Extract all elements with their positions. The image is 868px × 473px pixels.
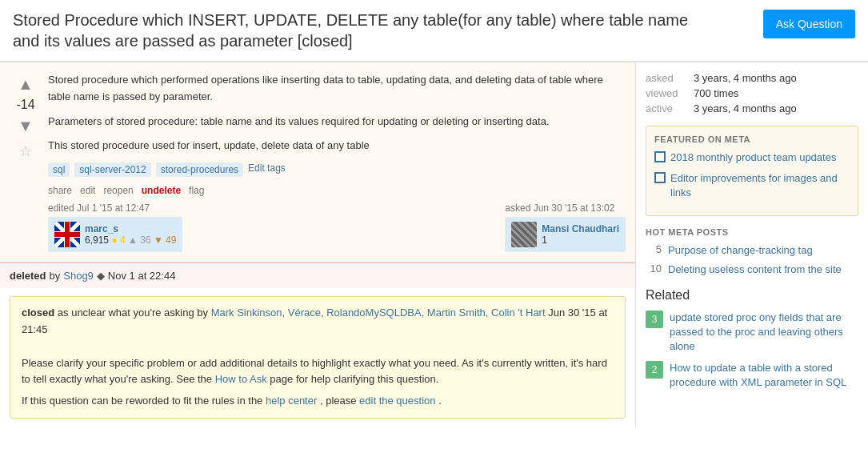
viewed-stat: viewed 700 times: [646, 87, 858, 99]
mod-diamond: ◆: [97, 270, 105, 282]
page-header: Stored Procedure which INSERT, UPDATE, D…: [0, 0, 868, 62]
vote-down-button[interactable]: ▼: [14, 114, 38, 138]
sidebar: asked 3 years, 4 months ago viewed 700 t…: [636, 62, 868, 427]
hot-meta-link-2[interactable]: Deleting useless content from the site: [668, 263, 842, 277]
editor-avatar: [54, 222, 80, 247]
sidebar-stats: asked 3 years, 4 months ago viewed 700 t…: [646, 72, 858, 114]
featured-link-1[interactable]: 2018 monthly product team updates: [670, 150, 836, 165]
svg-rect-6: [54, 232, 80, 237]
closed-notice: closed as unclear what you're asking by …: [10, 296, 626, 419]
gold-badge: ● 4: [111, 234, 125, 246]
featured-icon-2: [654, 172, 666, 183]
featured-link-2[interactable]: Editor improvements for images and links: [670, 171, 850, 200]
related-item-1: 3 update stored proc ony fields that are…: [646, 311, 858, 355]
hot-meta-num-1: 5: [646, 243, 662, 255]
editor-rep: 6,915 ● 4 ▲ 36 ▼ 49: [85, 234, 176, 246]
vote-up-button[interactable]: ▲: [14, 72, 38, 96]
asked-text: asked Jun 30 '15 at 13:02: [505, 202, 626, 214]
related-header: Related: [646, 288, 858, 303]
asker-details: Mansi Chaudhari 1: [542, 223, 619, 246]
question-para2: Parameters of stored procedure: table na…: [48, 114, 626, 130]
how-to-ask-link[interactable]: How to Ask: [215, 373, 267, 385]
asked-value: 3 years, 4 months ago: [694, 72, 797, 84]
related-item-2: 2 How to update a table with a stored pr…: [646, 361, 858, 390]
edit-tags-link[interactable]: Edit tags: [248, 162, 286, 177]
editor-card: marc_s 6,915 ● 4 ▲ 36 ▼ 49: [48, 217, 182, 252]
flag-link[interactable]: flag: [189, 185, 204, 196]
active-stat: active 3 years, 4 months ago: [646, 102, 858, 114]
active-label: active: [646, 102, 687, 114]
edit-info: edited Jul 1 '15 at 12:47: [48, 202, 182, 252]
question-body-section: ▲ -14 ▼ ☆ Stored procedure which perform…: [0, 62, 635, 263]
favorite-button[interactable]: ☆: [19, 142, 32, 160]
asker-info: asked Jun 30 '15 at 13:02 Mansi Chaudhar…: [505, 202, 626, 252]
hot-meta-header: HOT META POSTS: [646, 227, 858, 237]
tag-sql[interactable]: sql: [48, 162, 70, 177]
edited-text: edited Jul 1 '15 at 12:47: [48, 202, 150, 214]
viewed-value: 700 times: [694, 87, 738, 99]
hot-meta-num-2: 10: [646, 263, 662, 275]
related-score-1: 3: [646, 311, 663, 328]
edit-link[interactable]: edit: [80, 185, 95, 196]
closed-para1: closed as unclear what you're asking by …: [22, 305, 614, 339]
ask-question-button[interactable]: Ask Question: [763, 10, 855, 38]
featured-meta-box: FEATURED ON META 2018 monthly product te…: [646, 126, 858, 216]
user-info-row: edited Jul 1 '15 at 12:47: [48, 202, 626, 252]
editor-name: marc_s: [85, 223, 176, 234]
silver-badge: ▲ 36: [128, 234, 151, 246]
featured-icon-1: [654, 151, 666, 162]
hot-meta-link-1[interactable]: Purpose of change-tracking tag: [668, 243, 813, 258]
question-para3: This stored procedure used for insert, u…: [48, 138, 626, 154]
closed-para2: Please clarify your specific problem or …: [22, 355, 614, 389]
hot-meta-item-2: 10 Deleting useless content from the sit…: [646, 263, 858, 277]
question-text-area: Stored procedure which performed operati…: [48, 72, 626, 252]
asker-rep: 1: [542, 234, 619, 246]
question-area: ▲ -14 ▼ ☆ Stored procedure which perform…: [0, 62, 636, 427]
asked-label: asked: [646, 72, 687, 84]
vote-area: ▲ -14 ▼ ☆: [10, 72, 42, 252]
asker-avatar: [511, 222, 537, 247]
featured-header: FEATURED ON META: [654, 134, 850, 144]
related-link-1[interactable]: update stored proc ony fields that are p…: [670, 311, 858, 355]
share-link[interactable]: share: [48, 185, 72, 196]
tag-stored-procedures[interactable]: stored-procedures: [156, 162, 243, 177]
asker-card: Mansi Chaudhari 1: [505, 217, 626, 252]
main-content: ▲ -14 ▼ ☆ Stored procedure which perform…: [0, 62, 868, 427]
related-link-2[interactable]: How to update a table with a stored proc…: [670, 361, 858, 390]
action-bar: share edit reopen undelete flag: [48, 185, 626, 196]
viewed-label: viewed: [646, 87, 687, 99]
featured-item-2: Editor improvements for images and links: [654, 171, 850, 200]
question-para1: Stored procedure which performed operati…: [48, 72, 626, 106]
vote-count: -14: [16, 98, 34, 112]
tag-list: sql sql-server-2012 stored-procedures Ed…: [48, 162, 626, 177]
asked-stat: asked 3 years, 4 months ago: [646, 72, 858, 84]
active-value: 3 years, 4 months ago: [694, 102, 797, 114]
deleted-by-user-link[interactable]: Shog9: [63, 270, 94, 282]
closed-para3: If this question can be reworded to fit …: [22, 393, 614, 410]
reopen-link[interactable]: reopen: [103, 185, 133, 196]
related-section: Related 3 update stored proc ony fields …: [646, 288, 858, 390]
deleted-notice: deleted by Shog9 ◆ Nov 1 at 22:44: [0, 263, 635, 288]
undelete-link[interactable]: undelete: [142, 185, 181, 196]
tag-sqlserver2012[interactable]: sql-server-2012: [74, 162, 150, 177]
asker-name: Mansi Chaudhari: [542, 223, 619, 234]
hot-meta-box: HOT META POSTS 5 Purpose of change-track…: [646, 227, 858, 277]
related-score-2: 2: [646, 361, 663, 379]
edit-question-link[interactable]: edit the question: [359, 395, 435, 407]
editor-info: marc_s 6,915 ● 4 ▲ 36 ▼ 49: [85, 223, 176, 246]
page-title: Stored Procedure which INSERT, UPDATE, D…: [13, 10, 717, 51]
hot-meta-item-1: 5 Purpose of change-tracking tag: [646, 243, 858, 258]
closed-label: closed: [22, 307, 54, 319]
bronze-badge: ▼ 49: [154, 234, 177, 246]
closed-by-users-link[interactable]: Mark Sinkinson, Vérace, RolandoMySQLDBA,…: [211, 307, 546, 319]
help-center-link[interactable]: help center: [266, 395, 317, 407]
featured-item-1: 2018 monthly product team updates: [654, 150, 850, 165]
